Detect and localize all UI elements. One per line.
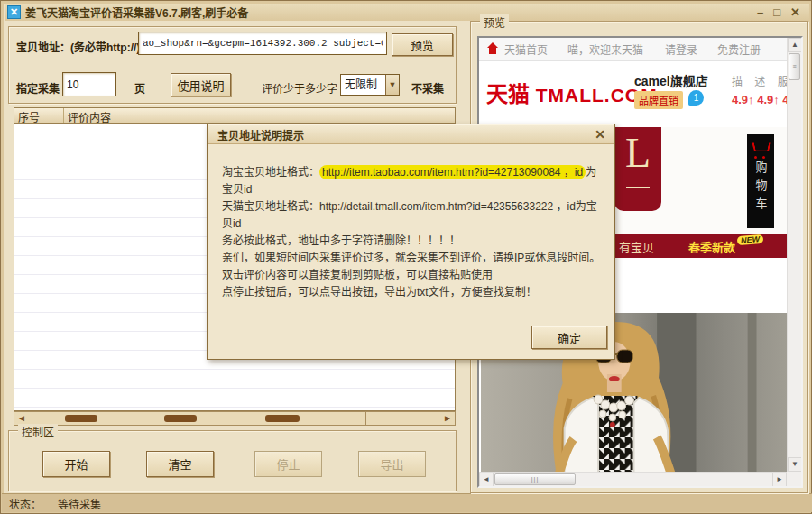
status-bar: 状态： 等待采集: [2, 493, 812, 512]
brand-badge: 品牌直销: [634, 91, 683, 109]
control-group: 控制区 开始 清空 停止 导出: [8, 430, 457, 491]
welcome-text: 喵，欢迎来天猫: [567, 41, 643, 57]
usage-help-button[interactable]: 使用说明: [171, 73, 231, 96]
dialog-line-tmall: 天猫宝贝地址格式：http://detail.tmall.com/item.ht…: [222, 198, 602, 233]
address-label: 宝贝地址：(务必带http://): [16, 39, 140, 54]
scroll-right-icon[interactable]: ►: [440, 412, 455, 425]
stop-button: 停止: [254, 451, 322, 477]
shop-header: 天猫 TMALL.COM camel旗舰店 品牌直销 1 描 述 服 务 物 4…: [479, 62, 787, 127]
dialog-title: 宝贝地址说明提示: [217, 127, 304, 142]
address-help-dialog: 宝贝地址说明提示 ✕ 淘宝宝贝地址格式：http://item.taobao.c…: [207, 124, 615, 360]
dialog-line-format-warning: 务必按此格式，地址中多于字符请删除！！！！！: [222, 233, 602, 250]
scrollbar-corner: [787, 472, 801, 486]
scrollbar-segment[interactable]: [164, 415, 197, 422]
status-value: 等待采集: [58, 496, 101, 511]
preview-button[interactable]: 预览: [392, 33, 453, 56]
home-icon: [486, 44, 499, 55]
minimize-icon[interactable]: –: [757, 5, 763, 19]
shop-name[interactable]: camel旗舰店: [634, 71, 708, 89]
item-url-input[interactable]: [138, 32, 387, 55]
cart-panel[interactable]: 购物车: [747, 134, 774, 228]
clear-button[interactable]: 清空: [146, 451, 214, 477]
brand-letter: L: [614, 127, 661, 179]
pages-label: 指定采集: [16, 80, 60, 96]
export-button: 导出: [358, 451, 426, 477]
scroll-right-icon[interactable]: ►: [772, 473, 787, 487]
scroll-down-icon[interactable]: ▼: [788, 457, 802, 472]
nav-all-items[interactable]: 有宝贝: [619, 238, 654, 255]
filter-label: 评价少于多少字: [262, 80, 337, 96]
min-words-value: 无限制: [345, 78, 377, 91]
min-words-dropdown[interactable]: 无限制 ▼: [340, 74, 400, 96]
dialog-line-copy-tip: 双击评价内容可以直接复制到剪贴板，可以直接粘贴使用: [222, 267, 602, 284]
vertical-scroll-thumb[interactable]: ≡: [789, 53, 800, 80]
scrollbar-segment[interactable]: [265, 415, 300, 422]
new-badge: NEW: [737, 234, 764, 245]
close-icon[interactable]: ✕: [790, 5, 800, 19]
app-window: ✕ 姜飞天猫淘宝评价语采集器V6.7.刷客,刷手必备 – □ ✕ 宝贝地址：(务…: [0, 0, 812, 514]
preview-group-label: 预览: [480, 14, 509, 30]
tmall-topbar: 天猫首页 喵，欢迎来天猫 请登录 免费注册: [479, 38, 787, 61]
dialog-line-taobao: 淘宝宝贝地址格式：http://item.taobao.com/item.htm…: [222, 164, 602, 198]
pages-count-input[interactable]: [62, 72, 116, 96]
ok-button[interactable]: 确定: [531, 326, 607, 349]
cart-label: 购物车: [752, 161, 770, 216]
status-label: 状态：: [9, 496, 42, 511]
wangwang-icon[interactable]: 1: [688, 90, 704, 106]
browser-horizontal-scrollbar[interactable]: ◄ ||| ►: [479, 472, 787, 486]
horizontal-scroll-thumb[interactable]: |||: [494, 473, 576, 485]
register-link[interactable]: 免费注册: [717, 41, 761, 57]
control-group-label: 控制区: [18, 424, 58, 439]
rating-values: 4.9↑ 4.9↑ 4: [732, 93, 789, 106]
maximize-icon[interactable]: □: [773, 5, 780, 19]
banner-divider: [626, 187, 650, 188]
browser-vertical-scrollbar[interactable]: ▲ ≡ ▼: [787, 38, 801, 472]
pages-unit-label: 页: [134, 80, 145, 96]
list-horizontal-scrollbar[interactable]: ◄ ►: [14, 411, 456, 426]
start-button[interactable]: 开始: [42, 451, 110, 477]
column-header-content[interactable]: 评价内容: [64, 108, 455, 123]
filter-suffix-label: 不采集: [411, 80, 444, 96]
list-header: 序号 评价内容: [14, 108, 455, 124]
scroll-up-icon[interactable]: ▲: [788, 38, 802, 52]
scroll-left-icon[interactable]: ◄: [479, 473, 494, 487]
combo-arrow-icon[interactable]: ▼: [385, 75, 399, 95]
dialog-titlebar: 宝贝地址说明提示 ✕: [208, 125, 614, 144]
highlighted-url: http://item.taobao.com/item.htm?id=42713…: [319, 165, 586, 179]
window-title: 姜飞天猫淘宝评价语采集器V6.7.刷客,刷手必备: [25, 5, 248, 20]
login-link[interactable]: 请登录: [665, 41, 697, 57]
nav-spring-new[interactable]: 春季新款: [688, 238, 735, 255]
dialog-close-icon[interactable]: ✕: [595, 127, 605, 142]
tmall-home-link[interactable]: 天猫首页: [504, 41, 548, 57]
app-icon: ✕: [7, 5, 21, 19]
scroll-left-icon[interactable]: ◄: [14, 412, 29, 425]
tmall-logo-cn: 天猫: [486, 82, 530, 106]
dialog-line-export-tip: 点停止按钮后，可以点导出按钮，导出为txt文件，方便查找复制！: [222, 284, 602, 301]
column-header-index[interactable]: 序号: [14, 108, 64, 123]
scrollbar-divider: [365, 412, 366, 425]
scrollbar-segment[interactable]: [65, 415, 97, 422]
tmall-logo[interactable]: 天猫 TMALL.COM: [486, 77, 658, 108]
cart-icon: [752, 142, 769, 156]
dialog-line-ip-tip: 亲们，如果短时间内采集评价过多，就会采集不到评价，请换IP或休息段时间。: [222, 250, 602, 267]
titlebar: ✕ 姜飞天猫淘宝评价语采集器V6.7.刷客,刷手必备 – □ ✕: [5, 4, 809, 21]
brand-banner: L: [614, 127, 661, 211]
dialog-body: 淘宝宝贝地址格式：http://item.taobao.com/item.htm…: [222, 164, 602, 301]
